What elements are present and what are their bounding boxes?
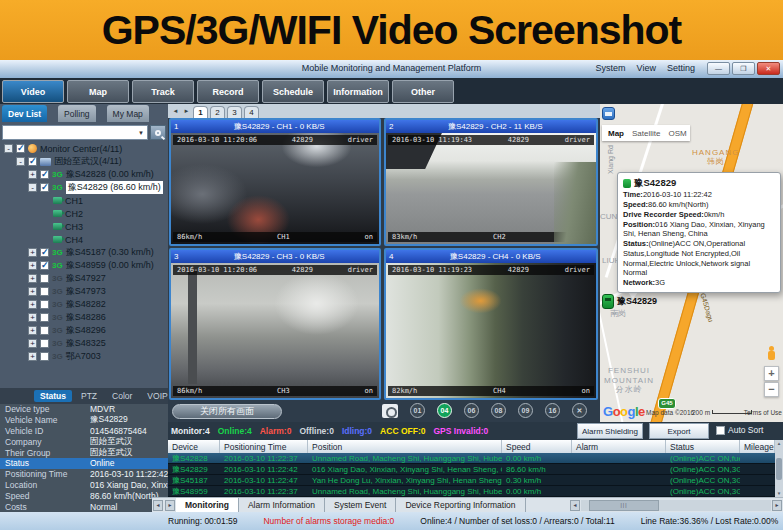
page-left-icon[interactable]: ◄ bbox=[171, 108, 180, 114]
group-checkbox[interactable] bbox=[28, 157, 37, 166]
map-layer-button[interactable]: Satellite bbox=[632, 129, 660, 138]
expand-icon[interactable]: - bbox=[28, 183, 37, 192]
device-checkbox[interactable] bbox=[40, 287, 49, 296]
video-channel-1[interactable]: 1 豫S42829 - CH1 - 0 KB/S 2016-03-10 11:2… bbox=[169, 118, 381, 246]
tab-scroll-right-icon[interactable]: ► bbox=[165, 500, 175, 511]
main-tab[interactable]: Video bbox=[2, 80, 64, 103]
split-layout-button[interactable]: 06 bbox=[464, 403, 479, 418]
tree-device-row[interactable]: + 3G 豫S47927 bbox=[0, 272, 168, 285]
video-page-tab[interactable]: 4 bbox=[244, 106, 259, 118]
column-header[interactable]: Mileage bbox=[740, 440, 775, 453]
restore-button[interactable]: ❐ bbox=[732, 62, 755, 75]
main-tab[interactable]: Information bbox=[327, 80, 389, 103]
device-checkbox[interactable] bbox=[40, 261, 49, 270]
export-button[interactable]: Export bbox=[649, 423, 709, 439]
scrollbar-track[interactable]: ||| bbox=[581, 500, 771, 511]
popup-link[interactable]: Intercom bbox=[650, 290, 681, 293]
map-collapse-icon[interactable] bbox=[602, 107, 615, 120]
device-checkbox[interactable] bbox=[40, 170, 49, 179]
scroll-up-icon[interactable]: ▲ bbox=[777, 441, 781, 446]
column-header[interactable]: Alarm bbox=[572, 440, 666, 453]
scroll-left-icon[interactable]: ◄ bbox=[570, 500, 580, 511]
menu-item[interactable]: View bbox=[637, 63, 656, 73]
column-header[interactable]: Position bbox=[308, 440, 502, 453]
page-right-icon[interactable]: ► bbox=[182, 108, 191, 114]
bottom-tab[interactable]: Alarm Information bbox=[239, 498, 325, 513]
device-checkbox[interactable] bbox=[40, 248, 49, 257]
expand-icon[interactable]: + bbox=[28, 274, 37, 283]
table-row[interactable]: 豫S42829 2016-03-10 11:22:42 016 Xiang Da… bbox=[168, 464, 775, 475]
tree-device-row[interactable]: - 3G 豫S42829 (86.60 km/h) bbox=[0, 181, 168, 194]
fullscreen-close-button[interactable]: ✕ bbox=[572, 403, 587, 418]
expand-icon[interactable]: + bbox=[28, 326, 37, 335]
main-tab[interactable]: Record bbox=[197, 80, 259, 103]
split-layout-button[interactable]: 16 bbox=[545, 403, 560, 418]
video-channel-2[interactable]: 2 豫S42829 - CH2 - 11 KB/S 2016-03-10 11:… bbox=[384, 118, 598, 246]
device-search-combobox[interactable]: ▼ bbox=[2, 125, 148, 140]
split-layout-button[interactable]: 01 bbox=[410, 403, 425, 418]
map-layer-button[interactable]: OSM bbox=[668, 129, 686, 138]
table-vertical-scrollbar[interactable]: ▲ ▼ bbox=[775, 440, 783, 497]
map-layer-button[interactable]: Map bbox=[608, 129, 624, 138]
table-horizontal-scrollbar[interactable]: ◄ ||| ► bbox=[569, 498, 783, 513]
close-button[interactable]: ✕ bbox=[757, 62, 780, 75]
expand-icon[interactable]: + bbox=[28, 170, 37, 179]
expand-icon[interactable]: + bbox=[28, 248, 37, 257]
main-tab[interactable]: Track bbox=[132, 80, 194, 103]
video-channel-4[interactable]: 4 豫S42829 - CH4 - 0 KB/S 2016-03-10 11:1… bbox=[384, 248, 598, 400]
tree-device-row[interactable]: + 3G 豫S48282 bbox=[0, 298, 168, 311]
search-button[interactable] bbox=[150, 125, 166, 140]
zoom-in-button[interactable]: + bbox=[764, 366, 779, 381]
video-channel-3[interactable]: 3 豫S42829 - CH3 - 0 KB/S 2016-03-10 11:2… bbox=[169, 248, 381, 400]
menu-item[interactable]: System bbox=[596, 63, 626, 73]
vehicle-marker-icon[interactable] bbox=[602, 294, 614, 309]
root-checkbox[interactable] bbox=[16, 144, 25, 153]
table-row[interactable]: 豫S42828 2016-03-10 11:22:37 Unnamed Road… bbox=[168, 453, 775, 464]
popup-link[interactable]: Snapshot bbox=[722, 290, 756, 293]
column-header[interactable]: Speed bbox=[502, 440, 572, 453]
bottom-tab[interactable]: Device Reporting Information bbox=[396, 498, 525, 513]
tree-device-row[interactable]: + 3G 豫S48325 bbox=[0, 337, 168, 350]
tree-device-row[interactable]: + 3G 鄂A7003 bbox=[0, 350, 168, 363]
sidebar-tab[interactable]: My Map bbox=[107, 105, 149, 122]
device-checkbox[interactable] bbox=[40, 326, 49, 335]
tree-group-row[interactable]: - 固始至武汉(4/11) bbox=[0, 155, 168, 168]
expand-icon[interactable]: + bbox=[28, 313, 37, 322]
device-checkbox[interactable] bbox=[40, 352, 49, 361]
tree-device-row[interactable]: + 3G 豫S48286 bbox=[0, 311, 168, 324]
main-tab[interactable]: Other bbox=[392, 80, 454, 103]
expand-icon[interactable]: + bbox=[28, 352, 37, 361]
split-layout-button[interactable]: 08 bbox=[491, 403, 506, 418]
expand-icon[interactable]: + bbox=[28, 261, 37, 270]
tree-device-row[interactable]: + 3G 豫S45187 (0.30 km/h) bbox=[0, 246, 168, 259]
bottom-tab[interactable]: Monitoring bbox=[176, 498, 239, 513]
table-row[interactable]: 豫S48959 2016-03-10 11:22:37 Unnamed Road… bbox=[168, 486, 775, 497]
expand-icon[interactable]: + bbox=[28, 287, 37, 296]
device-checkbox[interactable] bbox=[40, 313, 49, 322]
map-terms-link[interactable]: Terms of Use bbox=[744, 409, 782, 416]
device-checkbox[interactable] bbox=[40, 339, 49, 348]
tab-scroll-left-icon[interactable]: ◄ bbox=[153, 500, 163, 511]
zoom-out-button[interactable]: − bbox=[764, 382, 779, 397]
column-header[interactable]: Positioning Time bbox=[220, 440, 308, 453]
tree-device-row[interactable]: CH1 bbox=[0, 194, 168, 207]
street-view-pegman-icon[interactable] bbox=[767, 346, 776, 361]
snapshot-camera-icon[interactable] bbox=[382, 404, 398, 418]
menu-item[interactable]: Setting bbox=[667, 63, 695, 73]
collapse-icon[interactable]: - bbox=[16, 157, 25, 166]
scrollbar-thumb[interactable] bbox=[776, 458, 782, 480]
minimize-button[interactable]: — bbox=[707, 62, 730, 75]
popup-link[interactable]: Video bbox=[623, 290, 643, 293]
tree-device-row[interactable]: CH2 bbox=[0, 207, 168, 220]
popup-link[interactable]: Monitor bbox=[688, 290, 715, 293]
tree-device-row[interactable]: + 3G 豫S48296 bbox=[0, 324, 168, 337]
bottom-tab[interactable]: System Event bbox=[325, 498, 396, 513]
main-tab[interactable]: Schedule bbox=[262, 80, 324, 103]
map-panel[interactable]: G45Dagu HANGANG 韩岗 Xiang Rd CUN LIUHE FE… bbox=[600, 104, 783, 422]
alarm-shielding-button[interactable]: Alarm Shielding bbox=[577, 423, 643, 439]
tree-device-row[interactable]: + 3G 豫S47973 bbox=[0, 285, 168, 298]
tree-device-row[interactable]: CH3 bbox=[0, 220, 168, 233]
expand-icon[interactable]: + bbox=[28, 339, 37, 348]
auto-sort-checkbox[interactable] bbox=[716, 426, 725, 435]
info-tab[interactable]: PTZ bbox=[75, 390, 103, 402]
